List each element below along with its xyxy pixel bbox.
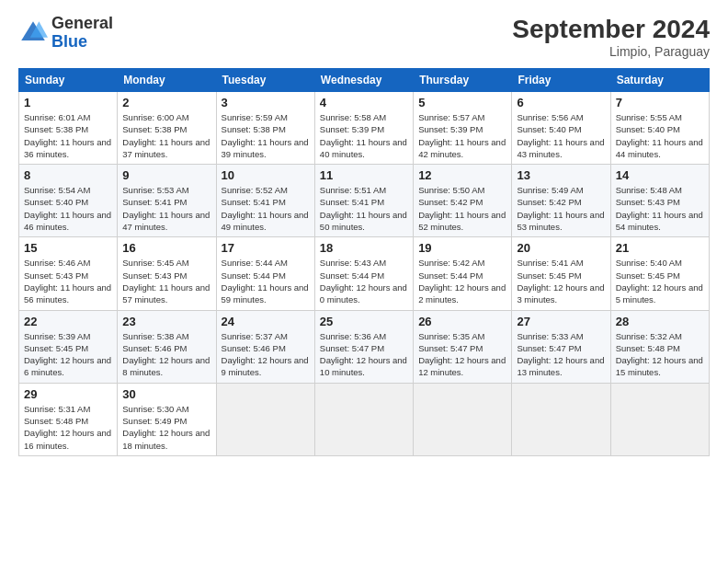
calendar-cell [314, 383, 413, 455]
weekday-header-sunday: Sunday [19, 69, 118, 92]
day-number: 19 [418, 241, 506, 255]
calendar-cell: 27 Sunrise: 5:33 AM Sunset: 5:47 PM Dayl… [512, 310, 610, 383]
day-number: 11 [320, 168, 408, 182]
day-info: Sunrise: 5:51 AM Sunset: 5:41 PM Dayligh… [320, 184, 408, 233]
day-number: 4 [320, 96, 408, 109]
day-number: 25 [320, 315, 408, 328]
calendar-cell: 9 Sunrise: 5:53 AM Sunset: 5:41 PM Dayli… [118, 165, 216, 237]
calendar-cell [512, 383, 610, 455]
day-number: 30 [122, 387, 210, 401]
calendar-cell: 22 Sunrise: 5:39 AM Sunset: 5:45 PM Dayl… [19, 310, 118, 383]
weekday-header-saturday: Saturday [610, 69, 709, 92]
day-info: Sunrise: 5:41 AM Sunset: 5:45 PM Dayligh… [517, 257, 605, 305]
day-number: 13 [517, 168, 605, 182]
day-info: Sunrise: 5:45 AM Sunset: 5:43 PM Dayligh… [122, 257, 210, 305]
month-title: September 2024 [512, 15, 710, 44]
page: { "header": { "logo_general": "General",… [0, 0, 728, 563]
day-info: Sunrise: 6:00 AM Sunset: 5:38 PM Dayligh… [122, 111, 210, 160]
calendar-cell: 11 Sunrise: 5:51 AM Sunset: 5:41 PM Dayl… [314, 165, 413, 237]
day-info: Sunrise: 5:38 AM Sunset: 5:46 PM Dayligh… [122, 330, 210, 379]
day-number: 17 [222, 241, 310, 255]
day-number: 28 [616, 315, 704, 328]
logo: General Blue [18, 15, 113, 52]
calendar-cell: 16 Sunrise: 5:45 AM Sunset: 5:43 PM Dayl… [118, 237, 216, 310]
calendar-cell: 4 Sunrise: 5:58 AM Sunset: 5:39 PM Dayli… [314, 92, 413, 165]
day-number: 1 [24, 96, 112, 109]
day-number: 12 [418, 168, 506, 182]
day-number: 23 [122, 315, 210, 328]
day-info: Sunrise: 5:39 AM Sunset: 5:45 PM Dayligh… [24, 330, 112, 379]
calendar-cell: 21 Sunrise: 5:40 AM Sunset: 5:45 PM Dayl… [610, 237, 709, 310]
logo-icon [18, 18, 48, 48]
calendar-cell: 19 Sunrise: 5:42 AM Sunset: 5:44 PM Dayl… [414, 237, 512, 310]
calendar-cell: 18 Sunrise: 5:43 AM Sunset: 5:44 PM Dayl… [314, 237, 413, 310]
calendar-cell: 26 Sunrise: 5:35 AM Sunset: 5:47 PM Dayl… [414, 310, 512, 383]
day-number: 6 [517, 96, 605, 109]
calendar-cell: 24 Sunrise: 5:37 AM Sunset: 5:46 PM Dayl… [216, 310, 314, 383]
weekday-header-tuesday: Tuesday [216, 69, 314, 92]
day-info: Sunrise: 5:57 AM Sunset: 5:39 PM Dayligh… [418, 111, 506, 160]
calendar-week-3: 15 Sunrise: 5:46 AM Sunset: 5:43 PM Dayl… [19, 237, 710, 310]
day-info: Sunrise: 5:44 AM Sunset: 5:44 PM Dayligh… [222, 257, 310, 305]
calendar-week-2: 8 Sunrise: 5:54 AM Sunset: 5:40 PM Dayli… [19, 165, 710, 237]
calendar-cell: 14 Sunrise: 5:48 AM Sunset: 5:43 PM Dayl… [610, 165, 709, 237]
calendar-cell: 23 Sunrise: 5:38 AM Sunset: 5:46 PM Dayl… [118, 310, 216, 383]
logo-blue-text: Blue [51, 33, 113, 52]
calendar-cell: 20 Sunrise: 5:41 AM Sunset: 5:45 PM Dayl… [512, 237, 610, 310]
calendar-cell: 10 Sunrise: 5:52 AM Sunset: 5:41 PM Dayl… [216, 165, 314, 237]
day-info: Sunrise: 5:54 AM Sunset: 5:40 PM Dayligh… [24, 184, 112, 233]
location: Limpio, Paraguay [512, 44, 710, 59]
calendar-cell: 25 Sunrise: 5:36 AM Sunset: 5:47 PM Dayl… [314, 310, 413, 383]
day-info: Sunrise: 5:42 AM Sunset: 5:44 PM Dayligh… [418, 257, 506, 305]
day-info: Sunrise: 6:01 AM Sunset: 5:38 PM Dayligh… [24, 111, 112, 160]
weekday-header-friday: Friday [512, 69, 610, 92]
day-info: Sunrise: 5:58 AM Sunset: 5:39 PM Dayligh… [320, 111, 408, 160]
day-info: Sunrise: 5:59 AM Sunset: 5:38 PM Dayligh… [222, 111, 310, 160]
day-info: Sunrise: 5:32 AM Sunset: 5:48 PM Dayligh… [616, 330, 704, 379]
day-number: 15 [24, 241, 112, 255]
title-block: September 2024 Limpio, Paraguay [512, 15, 710, 59]
day-info: Sunrise: 5:52 AM Sunset: 5:41 PM Dayligh… [222, 184, 310, 233]
day-number: 21 [616, 241, 704, 255]
day-number: 10 [222, 168, 310, 182]
calendar-cell: 29 Sunrise: 5:31 AM Sunset: 5:48 PM Dayl… [19, 383, 118, 455]
calendar-cell: 1 Sunrise: 6:01 AM Sunset: 5:38 PM Dayli… [19, 92, 118, 165]
day-number: 3 [222, 96, 310, 109]
weekday-header-row: SundayMondayTuesdayWednesdayThursdayFrid… [19, 69, 710, 92]
calendar-cell: 6 Sunrise: 5:56 AM Sunset: 5:40 PM Dayli… [512, 92, 610, 165]
day-info: Sunrise: 5:50 AM Sunset: 5:42 PM Dayligh… [418, 184, 506, 233]
day-info: Sunrise: 5:35 AM Sunset: 5:47 PM Dayligh… [418, 330, 506, 379]
day-number: 16 [122, 241, 210, 255]
calendar-cell: 12 Sunrise: 5:50 AM Sunset: 5:42 PM Dayl… [414, 165, 512, 237]
weekday-header-monday: Monday [118, 69, 216, 92]
day-info: Sunrise: 5:40 AM Sunset: 5:45 PM Dayligh… [616, 257, 704, 305]
day-number: 5 [418, 96, 506, 109]
day-info: Sunrise: 5:36 AM Sunset: 5:47 PM Dayligh… [320, 330, 408, 379]
day-info: Sunrise: 5:30 AM Sunset: 5:49 PM Dayligh… [122, 403, 210, 452]
calendar-cell: 2 Sunrise: 6:00 AM Sunset: 5:38 PM Dayli… [118, 92, 216, 165]
calendar-week-4: 22 Sunrise: 5:39 AM Sunset: 5:45 PM Dayl… [19, 310, 710, 383]
weekday-header-thursday: Thursday [414, 69, 512, 92]
calendar-cell: 13 Sunrise: 5:49 AM Sunset: 5:42 PM Dayl… [512, 165, 610, 237]
day-info: Sunrise: 5:49 AM Sunset: 5:42 PM Dayligh… [517, 184, 605, 233]
calendar-cell: 8 Sunrise: 5:54 AM Sunset: 5:40 PM Dayli… [19, 165, 118, 237]
calendar-cell: 28 Sunrise: 5:32 AM Sunset: 5:48 PM Dayl… [610, 310, 709, 383]
day-number: 24 [222, 315, 310, 328]
calendar-week-1: 1 Sunrise: 6:01 AM Sunset: 5:38 PM Dayli… [19, 92, 710, 165]
day-number: 26 [418, 315, 506, 328]
day-info: Sunrise: 5:33 AM Sunset: 5:47 PM Dayligh… [517, 330, 605, 379]
calendar-week-5: 29 Sunrise: 5:31 AM Sunset: 5:48 PM Dayl… [19, 383, 710, 455]
calendar-cell [610, 383, 709, 455]
day-number: 8 [24, 168, 112, 182]
calendar-table: SundayMondayTuesdayWednesdayThursdayFrid… [18, 68, 710, 456]
day-number: 27 [517, 315, 605, 328]
day-info: Sunrise: 5:53 AM Sunset: 5:41 PM Dayligh… [122, 184, 210, 233]
day-number: 2 [122, 96, 210, 109]
calendar-cell [216, 383, 314, 455]
day-number: 7 [616, 96, 704, 109]
day-info: Sunrise: 5:48 AM Sunset: 5:43 PM Dayligh… [616, 184, 704, 233]
calendar-cell: 5 Sunrise: 5:57 AM Sunset: 5:39 PM Dayli… [414, 92, 512, 165]
calendar-cell: 30 Sunrise: 5:30 AM Sunset: 5:49 PM Dayl… [118, 383, 216, 455]
calendar-cell: 17 Sunrise: 5:44 AM Sunset: 5:44 PM Dayl… [216, 237, 314, 310]
day-info: Sunrise: 5:43 AM Sunset: 5:44 PM Dayligh… [320, 257, 408, 305]
